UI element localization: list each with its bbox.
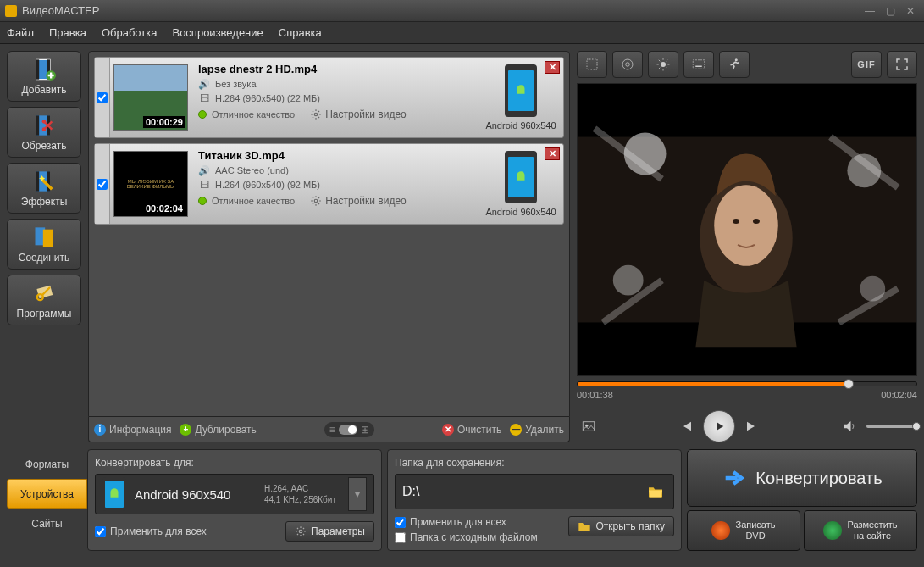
remove-item-button[interactable]: ✕ [545,147,560,160]
brightness-button[interactable] [648,51,678,78]
effects-button[interactable]: Эффекты [7,163,81,214]
menu-playback[interactable]: Воспроизведение [172,26,263,39]
info-button[interactable]: iИнформация [94,424,171,436]
file-item[interactable]: ✕ 00:00:29 lapse dnestr 2 HD.mp4 🔊Без зв… [94,57,564,138]
video-settings-link[interactable]: Настройки видео [310,108,407,120]
svg-point-25 [661,62,666,67]
browse-folder-button[interactable] [645,482,667,501]
next-button[interactable] [740,414,764,438]
quality-label: Отличное качество [212,109,295,120]
svg-point-23 [622,59,633,69]
menu-process[interactable]: Обработка [102,26,158,39]
merge-button[interactable]: Соединить [7,219,81,270]
convert-panel: Конвертировать для: Android 960x540 H.26… [87,449,382,551]
duration-label: 00:00:29 [143,116,185,128]
volume-handle[interactable] [912,422,921,431]
minimize-button[interactable]: — [861,4,878,18]
device-icon [102,477,126,511]
apply-all-checkbox[interactable]: Применить для всех [95,525,207,537]
apply-all-save-checkbox[interactable]: Применить для всех [395,516,538,528]
speed-button[interactable] [719,51,750,78]
format-tabs: Форматы Устройства Сайты [7,449,87,551]
tab-sites[interactable]: Сайты [7,509,87,538]
cut-button[interactable]: Обрезать [7,107,81,158]
programs-button[interactable]: Программы [7,275,81,325]
burn-dvd-label: Записать DVD [735,520,775,542]
video-settings-link[interactable]: Настройки видео [310,195,407,207]
device-dropdown[interactable]: ▾ [348,477,367,511]
seek-bar[interactable] [577,381,917,386]
duration-label: 00:02:04 [143,203,185,214]
video-preview[interactable] [577,83,917,376]
gif-button[interactable]: GIF [851,51,882,78]
menu-edit[interactable]: Правка [49,26,86,39]
cut-button-label: Обрезать [22,140,67,152]
save-path[interactable]: D:\ [402,484,638,499]
svg-point-8 [42,120,47,124]
delete-button-label: Удалить [525,424,564,436]
svg-point-16 [314,113,318,116]
prev-button[interactable] [674,414,698,438]
seek-handle[interactable] [844,379,854,389]
publish-site-button[interactable]: Разместить на сайте [804,510,917,551]
tool-sidebar: Добавить Обрезать Эффекты Соединить Прог… [7,51,81,442]
settings-link-label: Настройки видео [325,195,407,207]
duplicate-button[interactable]: +Дублировать [180,424,256,436]
play-icon [712,420,726,433]
tab-formats[interactable]: Форматы [7,449,87,479]
svg-rect-26 [693,60,705,69]
text-button[interactable] [683,51,714,78]
item-checkbox[interactable] [97,92,108,103]
adjust-button[interactable] [612,51,643,78]
menu-file[interactable]: Файл [7,26,34,39]
remove-item-button[interactable]: ✕ [545,61,560,74]
audio-icon: 🔊 [198,164,210,176]
menu-bar: Файл Правка Обработка Воспроизведение Сп… [0,22,924,44]
svg-rect-13 [43,229,53,247]
add-button-label: Добавить [21,84,66,96]
svg-point-7 [42,127,47,131]
play-button[interactable] [703,410,735,442]
svg-point-31 [714,185,778,266]
snapshot-button[interactable] [577,414,600,438]
tab-devices[interactable]: Устройства [7,479,87,509]
delete-button[interactable]: —Удалить [510,424,564,436]
file-item[interactable]: ✕ МЫ ЛЮБИМ ИХ ЗА ВЕЛИКИЕ ФИЛЬМЫ00:02:04 … [94,143,564,225]
svg-point-36 [613,265,644,296]
maximize-button[interactable]: ▢ [882,4,899,18]
device-label: Android 960x540 [485,120,556,131]
svg-point-32 [733,219,739,224]
save-panel: Папка для сохранения: D:\ Применить для … [387,449,682,551]
add-button[interactable]: Добавить [7,51,81,102]
svg-rect-22 [587,59,597,69]
source-folder-checkbox[interactable]: Папка с исходным файлом [395,531,538,543]
audio-info: Без звука [215,79,257,89]
menu-help[interactable]: Справка [279,26,322,39]
burn-dvd-button[interactable]: Записать DVD [687,510,800,551]
device-preview-icon [505,64,537,117]
crop-button[interactable] [577,51,607,78]
audio-info: AAC Stereo (und) [215,165,289,175]
fullscreen-button[interactable] [887,51,917,78]
prev-icon [678,419,694,434]
thumbnail: МЫ ЛЮБИМ ИХ ЗА ВЕЛИКИЕ ФИЛЬМЫ00:02:04 [113,151,188,217]
convert-button[interactable]: Конвертировать [687,449,917,507]
close-button[interactable]: ✕ [902,4,919,18]
svg-point-24 [626,63,630,67]
speaker-icon [842,419,857,434]
volume-slider[interactable] [866,425,917,428]
volume-button[interactable] [838,414,861,438]
clear-button-label: Очистить [457,424,501,436]
svg-point-27 [735,58,738,61]
clear-button[interactable]: ✕Очистить [442,424,501,436]
file-name: Титаник 3D.mp4 [198,149,472,162]
item-checkbox[interactable] [97,179,108,190]
film-plus-icon [32,58,56,81]
params-button[interactable]: Параметры [285,521,374,542]
audio-icon: 🔊 [198,78,210,90]
seek-progress [578,382,849,386]
svg-point-33 [753,219,760,224]
view-toggle[interactable]: ≡⊞ [324,422,374,437]
device-selector[interactable]: Android 960x540 H.264, AAC44,1 KHz, 256К… [95,474,374,514]
open-folder-button[interactable]: Открыть папку [568,516,674,536]
